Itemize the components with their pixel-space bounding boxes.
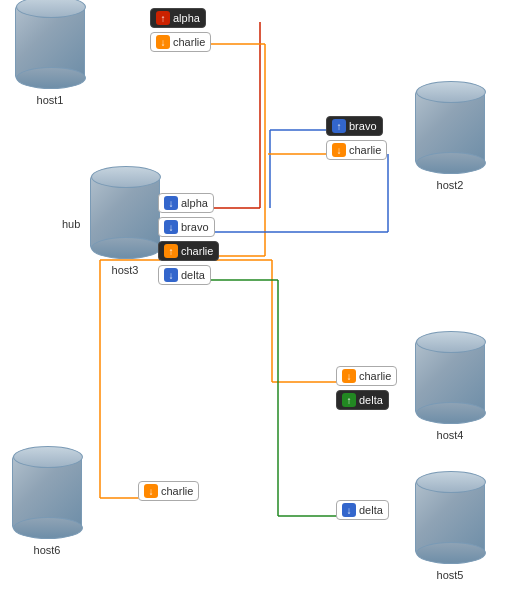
tag-h2-charlie: ↓ charlie [326, 140, 387, 160]
host1-label: host1 [37, 94, 64, 106]
tag-h6-charlie: ↓ charlie [138, 481, 199, 501]
arrow-down-blue-icon3: ↓ [164, 268, 178, 282]
arrow-down-orange-icon4: ↓ [144, 484, 158, 498]
arrow-up-blue-icon: ↑ [332, 119, 346, 133]
host4-label: host4 [437, 429, 464, 441]
arrow-down-orange-icon: ↓ [156, 35, 170, 49]
arrow-down-orange-icon2: ↓ [332, 143, 346, 157]
tag-h5-delta: ↓ delta [336, 500, 389, 520]
host6-label: host6 [34, 544, 61, 556]
tag-h1-alpha: ↑ alpha [150, 8, 206, 28]
tag-h3-delta: ↓ delta [158, 265, 211, 285]
network-diagram: host1 host2 host3 hub host4 host5 host6 [0, 0, 515, 596]
tag-h4-charlie: ↓ charlie [336, 366, 397, 386]
host2-label: host2 [437, 179, 464, 191]
tag-h2-bravo: ↑ bravo [326, 116, 383, 136]
arrow-down-orange-icon3: ↓ [342, 369, 356, 383]
arrow-down-blue-icon: ↓ [164, 196, 178, 210]
arrow-up-red-icon: ↑ [156, 11, 170, 25]
host3-db: host3 [90, 175, 160, 276]
arrow-up-green-icon: ↑ [342, 393, 356, 407]
host5-label: host5 [437, 569, 464, 581]
arrow-down-blue-icon2: ↓ [164, 220, 178, 234]
host3-label: host3 [112, 264, 139, 276]
host4-db: host4 [415, 340, 485, 441]
host2-db: host2 [415, 90, 485, 191]
tag-h3-alpha: ↓ alpha [158, 193, 214, 213]
tag-h1-charlie: ↓ charlie [150, 32, 211, 52]
tag-h3-charlie: ↑ charlie [158, 241, 219, 261]
hub-label: hub [62, 218, 80, 230]
tag-h4-delta: ↑ delta [336, 390, 389, 410]
host6-db: host6 [12, 455, 82, 556]
tag-h3-bravo: ↓ bravo [158, 217, 215, 237]
host1-db: host1 [15, 5, 85, 106]
host5-db: host5 [415, 480, 485, 581]
arrow-down-blue-icon4: ↓ [342, 503, 356, 517]
arrow-up-orange-icon: ↑ [164, 244, 178, 258]
